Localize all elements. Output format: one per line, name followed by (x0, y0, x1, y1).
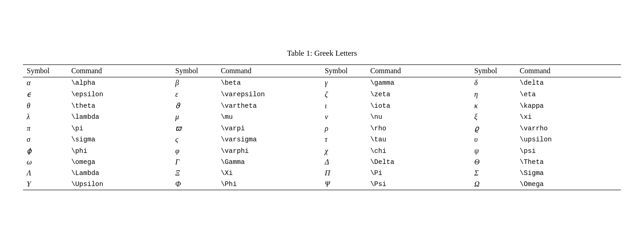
command-cell: \Omega (517, 179, 621, 190)
symbol-cell: φ (172, 145, 218, 157)
command-cell: \tau (368, 134, 472, 145)
command-cell: \Xi (218, 168, 322, 179)
command-cell: \theta (69, 100, 172, 111)
command-cell: \mu (218, 111, 322, 122)
symbol-cell: λ (23, 111, 69, 122)
command-cell: \Gamma (218, 157, 322, 168)
command-cell: \Lambda (69, 168, 172, 179)
command-cell: \Theta (517, 157, 621, 168)
table-row: θ\thetaϑ\varthetaι\iotaκ\kappa (23, 100, 621, 111)
command-cell: \beta (218, 77, 322, 89)
symbol-cell: Ψ (322, 179, 368, 190)
symbol-cell: Δ (322, 157, 368, 168)
table-row: ω\omegaΓ\GammaΔ\DeltaΘ\Theta (23, 157, 621, 168)
command-cell: \vartheta (218, 100, 322, 111)
table-row: α\alphaβ\betaγ\gammaδ\delta (23, 77, 621, 89)
table-row: σ\sigmaς\varsigmaτ\tauυ\upsilon (23, 134, 621, 145)
symbol-cell: Ξ (172, 168, 218, 179)
symbol-cell: ϵ (23, 88, 69, 100)
col-header-symbol-4: Symbol (472, 65, 517, 77)
symbol-cell: Σ (472, 168, 517, 179)
symbol-cell: μ (172, 111, 218, 122)
command-cell: \upsilon (517, 134, 621, 145)
table-row: λ\lambdaμ\muν\nuξ\xi (23, 111, 621, 122)
command-cell: \Pi (368, 168, 472, 179)
greek-letters-table: Symbol Command Symbol Command Symbol Com… (23, 64, 621, 190)
symbol-cell: ξ (472, 111, 517, 122)
command-cell: \Phi (218, 179, 322, 190)
symbol-cell: τ (322, 134, 368, 145)
command-cell: \epsilon (69, 88, 172, 100)
symbol-cell: π (23, 122, 69, 134)
command-cell: \phi (69, 145, 172, 157)
symbol-cell: Φ (172, 179, 218, 190)
symbol-cell: Ω (472, 179, 517, 190)
command-cell: \nu (368, 111, 472, 122)
col-header-command-3: Command (368, 65, 472, 77)
symbol-cell: ϕ (23, 145, 69, 157)
col-header-command-2: Command (218, 65, 322, 77)
command-cell: \gamma (368, 77, 472, 89)
symbol-cell: ζ (322, 88, 368, 100)
command-cell: \xi (517, 111, 621, 122)
symbol-cell: ι (322, 100, 368, 111)
command-cell: \Upsilon (69, 179, 172, 190)
symbol-cell: α (23, 77, 69, 89)
symbol-cell: ϖ (172, 122, 218, 134)
command-cell: \alpha (69, 77, 172, 89)
symbol-cell: χ (322, 145, 368, 157)
command-cell: \varphi (218, 145, 322, 157)
command-cell: \lambda (69, 111, 172, 122)
symbol-cell: ψ (472, 145, 517, 157)
symbol-cell: σ (23, 134, 69, 145)
symbol-cell: γ (322, 77, 368, 89)
command-cell: \zeta (368, 88, 472, 100)
symbol-cell: η (472, 88, 517, 100)
symbol-cell: ρ (322, 122, 368, 134)
command-cell: \Sigma (517, 168, 621, 179)
command-cell: \sigma (69, 134, 172, 145)
symbol-cell: ϑ (172, 100, 218, 111)
symbol-cell: ε (172, 88, 218, 100)
symbol-cell: ν (322, 111, 368, 122)
command-cell: \eta (517, 88, 621, 100)
col-header-symbol-1: Symbol (23, 65, 69, 77)
symbol-cell: β (172, 77, 218, 89)
command-cell: \varsigma (218, 134, 322, 145)
table-row: ϵ\epsilonε\varepsilonζ\zetaη\eta (23, 88, 621, 100)
command-cell: \kappa (517, 100, 621, 111)
command-cell: \varpi (218, 122, 322, 134)
command-cell: \delta (517, 77, 621, 89)
symbol-cell: ϱ (472, 122, 517, 134)
symbol-cell: Γ (172, 157, 218, 168)
command-cell: \varepsilon (218, 88, 322, 100)
col-header-command-4: Command (517, 65, 621, 77)
table-row: π\piϖ\varpiρ\rhoϱ\varrho (23, 122, 621, 134)
command-cell: \Delta (368, 157, 472, 168)
symbol-cell: θ (23, 100, 69, 111)
col-header-symbol-3: Symbol (322, 65, 368, 77)
command-cell: \pi (69, 122, 172, 134)
symbol-cell: Π (322, 168, 368, 179)
command-cell: \rho (368, 122, 472, 134)
col-header-symbol-2: Symbol (172, 65, 218, 77)
command-cell: \omega (69, 157, 172, 168)
table-row: Λ\LambdaΞ\XiΠ\PiΣ\Sigma (23, 168, 621, 179)
symbol-cell: κ (472, 100, 517, 111)
symbol-cell: ς (172, 134, 218, 145)
symbol-cell: Υ (23, 179, 69, 190)
table-row: Υ\UpsilonΦ\PhiΨ\PsiΩ\Omega (23, 179, 621, 190)
command-cell: \Psi (368, 179, 472, 190)
command-cell: \chi (368, 145, 472, 157)
table-container: Table 1: Greek Letters Symbol Command Sy… (23, 49, 621, 190)
symbol-cell: Θ (472, 157, 517, 168)
symbol-cell: Λ (23, 168, 69, 179)
command-cell: \psi (517, 145, 621, 157)
table-caption: Table 1: Greek Letters (23, 49, 621, 58)
col-header-command-1: Command (69, 65, 172, 77)
command-cell: \varrho (517, 122, 621, 134)
header-row: Symbol Command Symbol Command Symbol Com… (23, 65, 621, 77)
command-cell: \iota (368, 100, 472, 111)
symbol-cell: δ (472, 77, 517, 89)
table-row: ϕ\phiφ\varphiχ\chiψ\psi (23, 145, 621, 157)
